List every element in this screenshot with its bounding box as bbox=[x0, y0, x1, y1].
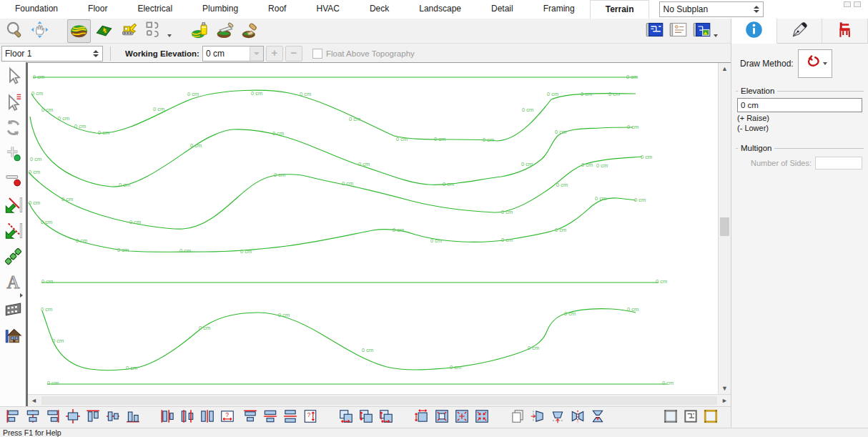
match-size-button[interactable] bbox=[378, 409, 395, 426]
subplan-selector[interactable]: No Subplan bbox=[659, 1, 764, 17]
picture-plan-button[interactable] bbox=[690, 19, 714, 43]
select-objects-button[interactable] bbox=[1, 64, 24, 90]
vertical-scrollbar-thumb[interactable] bbox=[720, 217, 729, 236]
plain-frame-button[interactable] bbox=[662, 409, 679, 426]
reflect-vertical-button[interactable] bbox=[589, 409, 606, 426]
match-height-button[interactable] bbox=[357, 409, 375, 426]
layout-box-button[interactable] bbox=[682, 409, 699, 426]
stack-top-button[interactable] bbox=[242, 409, 259, 426]
horizontal-scrollbar[interactable]: ◄ ► bbox=[28, 394, 731, 406]
resize-to-fit-button[interactable] bbox=[413, 409, 430, 426]
space-exact-horizontal-button[interactable]: ? bbox=[219, 409, 236, 426]
stack-gap-button[interactable] bbox=[282, 409, 299, 426]
add-terrain-point-button[interactable] bbox=[1, 142, 24, 167]
lower-elevation-button[interactable]: − bbox=[285, 46, 302, 62]
menu-tab-electrical[interactable]: Electrical bbox=[122, 0, 187, 18]
contract-object-button[interactable] bbox=[473, 409, 490, 426]
menu-tab-roof[interactable]: Roof bbox=[253, 0, 301, 18]
align-center-all-button[interactable] bbox=[64, 409, 82, 426]
align-right-button[interactable] bbox=[44, 409, 61, 426]
blueprint-plan-button[interactable] bbox=[643, 19, 666, 43]
options-tab-info[interactable] bbox=[731, 19, 777, 44]
skew-vertical-button[interactable] bbox=[549, 409, 566, 426]
space-exact-vertical-button[interactable]: ? bbox=[302, 409, 319, 426]
align-toolbar-group: ? bbox=[242, 409, 319, 426]
options-tab-pen[interactable] bbox=[777, 19, 823, 43]
space-evenly-left-button[interactable] bbox=[159, 409, 176, 426]
sprinkler-line-button[interactable] bbox=[1, 245, 24, 270]
zoom-tool-button[interactable] bbox=[3, 19, 26, 43]
floor-selector[interactable]: Floor 1 bbox=[1, 46, 103, 62]
reflect-horizontal-button[interactable] bbox=[569, 409, 586, 426]
terrain-ramp-button[interactable] bbox=[92, 19, 116, 43]
scroll-up-icon[interactable]: ▲ bbox=[719, 63, 731, 74]
scroll-left-icon[interactable]: ◄ bbox=[28, 395, 40, 406]
expand-object-button[interactable] bbox=[453, 409, 470, 426]
stack-center-button[interactable] bbox=[262, 409, 279, 426]
flyout-arrow-icon[interactable] bbox=[167, 34, 172, 37]
center-object-button[interactable] bbox=[433, 409, 450, 426]
terrain-perimeter-button[interactable] bbox=[67, 19, 91, 43]
menu-tab-detail[interactable]: Detail bbox=[476, 0, 528, 18]
dropdown-arrow-icon[interactable] bbox=[250, 46, 263, 61]
window-control-icon[interactable] bbox=[844, 1, 851, 7]
terrain-contour-line[interactable] bbox=[29, 198, 636, 252]
terrain-path-tool-button[interactable] bbox=[1, 193, 24, 219]
elevation-input[interactable]: 0 cm bbox=[737, 98, 862, 112]
align-left-button[interactable] bbox=[4, 409, 21, 426]
window-control-icon[interactable] bbox=[854, 1, 861, 7]
options-tab-library[interactable] bbox=[822, 19, 868, 43]
gold-frame-button[interactable] bbox=[702, 409, 719, 426]
terrain-contour-line[interactable] bbox=[42, 309, 636, 370]
space-evenly-gap-button[interactable] bbox=[199, 409, 216, 426]
working-elevation-input[interactable]: 0 cm bbox=[202, 46, 264, 62]
align-center-horizontal-button[interactable] bbox=[104, 409, 122, 426]
menu-tab-floor[interactable]: Floor bbox=[73, 0, 122, 18]
menu-tab-foundation[interactable]: Foundation bbox=[0, 0, 73, 18]
terrain-path-edit-tool-button[interactable] bbox=[1, 219, 24, 245]
match-width-button[interactable] bbox=[337, 409, 355, 426]
align-bottom-button[interactable] bbox=[124, 409, 142, 426]
rich-text-button[interactable]: A bbox=[1, 270, 24, 296]
walkthrough-path-button[interactable] bbox=[1, 298, 24, 323]
space-evenly-center-button[interactable] bbox=[179, 409, 196, 426]
float-above-topography-checkbox[interactable] bbox=[312, 49, 322, 59]
contour-elevation-label: 0 cm bbox=[119, 182, 130, 188]
scroll-right-icon[interactable]: ► bbox=[719, 395, 731, 406]
terrain-sprayer-button[interactable] bbox=[189, 19, 212, 43]
contour-elevation-label: 0 cm bbox=[555, 129, 566, 135]
spinner-icon[interactable] bbox=[92, 50, 99, 57]
terrain-brush-button[interactable] bbox=[239, 19, 262, 43]
horizontal-scrollbar-thumb[interactable] bbox=[41, 396, 717, 405]
terrain-flatten-button[interactable] bbox=[214, 19, 237, 43]
copy-in-place-button[interactable] bbox=[509, 409, 526, 426]
menu-tab-framing[interactable]: Framing bbox=[528, 0, 590, 18]
camera-view-button[interactable] bbox=[1, 323, 24, 349]
menu-tab-landscape[interactable]: Landscape bbox=[404, 0, 476, 18]
terrain-plan-canvas[interactable]: 0 cm0 cm0 cm0 cm0 cm0 cm0 cm0 cm0 cm0 cm… bbox=[28, 63, 718, 394]
draw-method-dropdown[interactable] bbox=[798, 49, 832, 78]
align-center-vertical-button[interactable] bbox=[24, 409, 41, 426]
number-of-sides-input[interactable] bbox=[815, 157, 862, 170]
menu-tab-terrain[interactable]: Terrain bbox=[590, 0, 650, 19]
menu-tab-deck[interactable]: Deck bbox=[355, 0, 404, 18]
flyout-arrow-icon[interactable] bbox=[714, 34, 718, 37]
scroll-down-icon[interactable]: ▼ bbox=[719, 383, 731, 394]
spinner-icon[interactable] bbox=[753, 6, 760, 13]
select-next-object-button[interactable] bbox=[1, 90, 24, 116]
terrain-contour-line[interactable] bbox=[29, 157, 642, 229]
terrain-shapes-button[interactable] bbox=[142, 19, 166, 43]
raise-elevation-button[interactable]: + bbox=[266, 46, 283, 62]
menu-tab-hvac[interactable]: HVAC bbox=[301, 0, 354, 18]
align-top-button[interactable] bbox=[84, 409, 102, 426]
excavator-button[interactable] bbox=[117, 19, 141, 43]
skew-horizontal-button[interactable] bbox=[529, 409, 546, 426]
vertical-scrollbar[interactable]: ▲ ▼ bbox=[718, 63, 731, 394]
terrain-contour-line[interactable] bbox=[31, 90, 636, 141]
terrain-contour-line[interactable] bbox=[30, 117, 633, 187]
rotate-plan-view-button[interactable] bbox=[1, 116, 24, 142]
pan-tool-button[interactable] bbox=[28, 19, 51, 43]
remove-terrain-point-button[interactable] bbox=[1, 167, 24, 193]
cad-detail-button[interactable] bbox=[666, 19, 690, 43]
menu-tab-plumbing[interactable]: Plumbing bbox=[187, 0, 253, 18]
